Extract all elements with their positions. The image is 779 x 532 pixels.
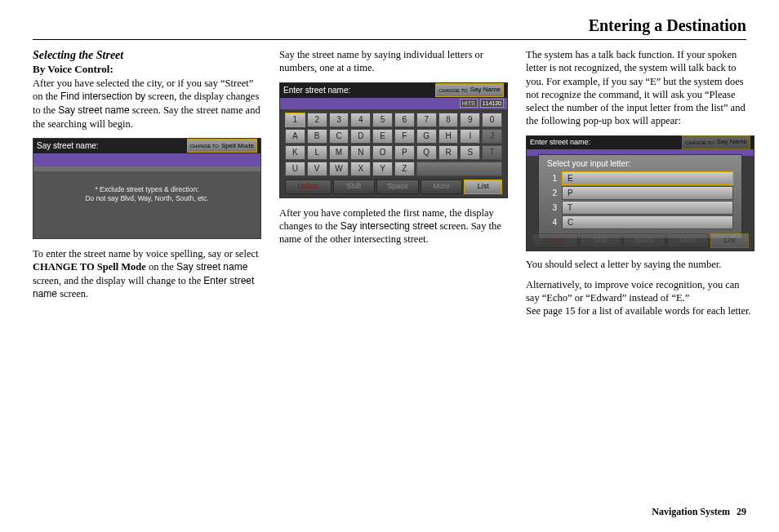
paragraph: Say the street name by saying individual… <box>279 48 508 75</box>
popup-option-2[interactable]: 2 P <box>547 186 733 201</box>
paragraph: Alternatively, to improve voice recognit… <box>526 278 755 305</box>
mode-label: Spell Mode <box>221 142 254 150</box>
space-button[interactable]: Space <box>376 180 419 194</box>
screenshot-keyboard: Enter street name: CHANGE TO Say Name HI… <box>279 82 508 198</box>
page-number: 29 <box>737 506 746 517</box>
list-button[interactable]: List <box>464 180 502 194</box>
key-j[interactable]: J <box>482 129 502 144</box>
option-number: 3 <box>547 202 557 213</box>
delete-button: Delete <box>532 233 578 248</box>
list-button: List <box>710 233 749 248</box>
key-a[interactable]: A <box>285 129 305 144</box>
change-to-spell-mode-button[interactable]: CHANGE TO Spell Mode <box>187 139 257 153</box>
text: screen. <box>57 288 88 299</box>
text: To enter the street name by voice spelli… <box>33 248 258 259</box>
option-letter: P <box>562 186 733 200</box>
change-to-label: CHANGE TO <box>438 88 467 93</box>
key-t[interactable]: T <box>482 145 502 160</box>
subsection-heading: By Voice Control: <box>33 63 261 77</box>
key-n[interactable]: N <box>350 145 371 160</box>
more-button[interactable]: More <box>421 180 463 194</box>
hits-label: HITS <box>460 99 478 108</box>
option-number: 4 <box>547 217 557 228</box>
key-v[interactable]: V <box>307 162 327 176</box>
option-number: 2 <box>547 188 557 198</box>
key-blank <box>416 162 502 176</box>
key-y[interactable]: Y <box>372 162 393 176</box>
key-8[interactable]: 8 <box>438 113 459 127</box>
screen-title: Enter street name: <box>530 138 590 148</box>
space-button: Space <box>623 233 665 248</box>
key-w[interactable]: W <box>329 162 349 176</box>
keyboard-grid: 1 2 3 4 5 6 7 8 9 0 A B C D E F G <box>280 109 507 178</box>
mode-label: Say Name <box>717 138 747 146</box>
option-letter: E <box>562 171 733 185</box>
key-1[interactable]: 1 <box>285 113 305 127</box>
text: on the <box>146 261 176 273</box>
bold-text: CHANGE TO Spell Mode <box>33 261 146 273</box>
option-letter: C <box>562 215 733 229</box>
key-p[interactable]: P <box>394 145 415 160</box>
key-7[interactable]: 7 <box>416 113 437 127</box>
ui-term: Say intersecting street <box>341 220 438 232</box>
key-6[interactable]: 6 <box>394 113 415 127</box>
key-x[interactable]: X <box>350 162 371 176</box>
paragraph: You should select a letter by saying the… <box>526 258 755 271</box>
change-to-say-name-button[interactable]: CHANGE TO Say Name <box>435 83 504 97</box>
delete-button[interactable]: Delete <box>285 180 332 194</box>
ui-term: Say street name <box>58 104 129 116</box>
paragraph: After you have selected the city, or if … <box>33 77 261 131</box>
screen-title: Enter street name: <box>283 85 350 95</box>
key-h[interactable]: H <box>438 129 459 144</box>
key-g[interactable]: G <box>416 129 437 144</box>
key-m[interactable]: M <box>329 145 349 160</box>
key-f[interactable]: F <box>394 129 415 144</box>
change-to-say-name-button: CHANGE TO Say Name <box>682 135 750 149</box>
shift-button: Shift <box>580 233 622 248</box>
screen-note: * Exclude street types & direction: Do n… <box>33 175 260 213</box>
popup-option-1[interactable]: 1 E <box>547 171 733 186</box>
key-q[interactable]: Q <box>416 145 437 160</box>
key-i[interactable]: I <box>460 129 480 144</box>
section-heading: Selecting the Street <box>33 48 261 63</box>
screenshot-say-street: Say street name: CHANGE TO Spell Mode * … <box>33 138 261 239</box>
key-d[interactable]: D <box>350 129 371 144</box>
key-3[interactable]: 3 <box>329 113 349 127</box>
key-u[interactable]: U <box>285 162 305 176</box>
page-footer: Navigation System29 <box>652 506 746 519</box>
input-letter-popup: Select your input letter: 1 E 2 P 3 T 4 <box>538 154 742 239</box>
key-k[interactable]: K <box>285 145 305 160</box>
option-number: 1 <box>547 173 557 184</box>
paragraph: The system has a talk back function. If … <box>526 48 755 128</box>
popup-title: Select your input letter: <box>547 158 733 169</box>
column-1: Selecting the Street By Voice Control: A… <box>33 48 261 326</box>
key-s[interactable]: S <box>460 145 480 160</box>
more-button: More <box>667 233 710 248</box>
key-0[interactable]: 0 <box>482 113 502 127</box>
key-9[interactable]: 9 <box>460 113 480 127</box>
footer-label: Navigation System <box>652 506 730 517</box>
key-2[interactable]: 2 <box>307 113 327 127</box>
page-title: Entering a Destination <box>33 15 746 40</box>
key-5[interactable]: 5 <box>372 113 393 127</box>
shift-button[interactable]: Shift <box>333 180 376 194</box>
popup-option-4[interactable]: 4 C <box>547 215 733 230</box>
key-b[interactable]: B <box>307 129 327 144</box>
key-o[interactable]: O <box>372 145 393 160</box>
key-l[interactable]: L <box>307 145 327 160</box>
popup-option-3[interactable]: 3 T <box>547 201 733 215</box>
change-to-label: CHANGE TO <box>190 144 219 149</box>
ui-term: Say street name <box>176 261 247 273</box>
option-letter: T <box>562 201 733 215</box>
column-2: Say the street name by saying individual… <box>279 48 508 326</box>
key-4[interactable]: 4 <box>350 113 371 127</box>
key-c[interactable]: C <box>329 129 349 144</box>
key-z[interactable]: Z <box>394 162 415 176</box>
paragraph: See page 15 for a list of available word… <box>526 304 755 317</box>
key-e[interactable]: E <box>372 129 393 144</box>
ui-term: Find intersection by <box>60 91 145 102</box>
change-to-label: CHANGE TO <box>685 140 714 145</box>
mode-label: Say Name <box>470 86 501 94</box>
key-r[interactable]: R <box>438 145 459 160</box>
paragraph: To enter the street name by voice spelli… <box>33 247 261 301</box>
